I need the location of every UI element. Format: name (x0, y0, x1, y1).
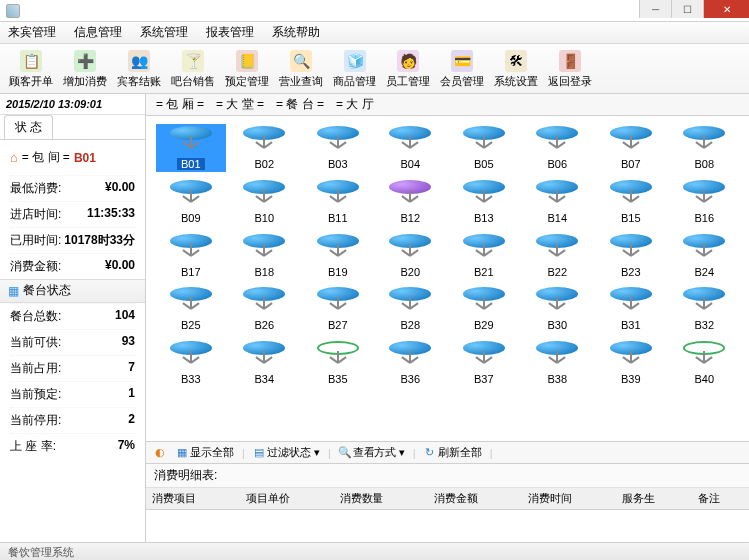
hall-tab[interactable]: = 餐 台 = (270, 94, 330, 115)
table-icon (463, 234, 505, 264)
table-item[interactable]: B14 (523, 178, 593, 226)
table-icon (243, 287, 285, 317)
table-item[interactable]: B38 (523, 339, 593, 387)
table-label: B10 (254, 212, 274, 224)
table-icon (389, 180, 431, 210)
toolbar-button[interactable]: 📒预定管理 (222, 47, 272, 91)
info-label: 进店时间: (10, 206, 61, 223)
filter-item[interactable]: ▤过滤状态 ▾ (253, 445, 320, 460)
toolbar-button[interactable]: 💳会员管理 (437, 47, 487, 91)
column-header[interactable]: 服务生 (616, 488, 692, 510)
table-item[interactable]: B30 (523, 285, 593, 333)
table-item[interactable]: B36 (376, 339, 446, 387)
minimize-button[interactable]: ─ (639, 0, 671, 18)
stat-value: 93 (122, 334, 135, 351)
table-label: B32 (694, 319, 714, 331)
table-label: B40 (694, 373, 714, 385)
toolbar-button[interactable]: 📋顾客开单 (6, 47, 56, 91)
hall-tab[interactable]: = 大 厅 (330, 94, 379, 115)
table-item[interactable]: B21 (449, 232, 519, 280)
hall-tab[interactable]: = 大 堂 = (210, 94, 270, 115)
menu-item[interactable]: 系统管理 (140, 24, 188, 41)
table-item[interactable]: B29 (449, 285, 519, 333)
room-info: 最低消费:¥0.00进店时间:11:35:33已用时间:10178时33分消费金… (0, 175, 145, 279)
table-item[interactable]: B31 (596, 285, 666, 333)
table-item[interactable]: B24 (670, 232, 740, 280)
maximize-button[interactable]: ☐ (671, 0, 703, 18)
table-item[interactable]: B18 (230, 232, 300, 280)
left-panel: 2015/2/10 13:09:01 状 态 ⌂ = 包 间 = B01 最低消… (0, 94, 146, 542)
table-item[interactable]: B01 (156, 124, 226, 172)
table-item[interactable]: B34 (230, 339, 300, 387)
table-item[interactable]: B40 (670, 339, 740, 387)
toolbar-label: 员工管理 (386, 74, 430, 89)
table-item[interactable]: B28 (376, 285, 446, 333)
toolbar-button[interactable]: ➕增加消费 (60, 47, 110, 91)
table-item[interactable]: B03 (303, 124, 373, 172)
titlebar: ─ ☐ ✕ (0, 0, 749, 22)
tab-status[interactable]: 状 态 (4, 115, 53, 139)
toolbar-button[interactable]: 👥宾客结账 (114, 47, 164, 91)
table-icon (536, 287, 578, 317)
table-item[interactable]: B19 (303, 232, 373, 280)
hall-tab[interactable]: = 包 厢 = (150, 94, 210, 115)
table-label: B01 (177, 158, 205, 170)
menu-item[interactable]: 系统帮助 (272, 24, 320, 41)
table-item[interactable]: B35 (303, 339, 373, 387)
column-header[interactable]: 项目单价 (240, 488, 334, 510)
table-item[interactable]: B39 (596, 339, 666, 387)
table-icon (463, 126, 505, 156)
table-item[interactable]: B16 (670, 178, 740, 226)
column-header[interactable]: 消费数量 (334, 488, 427, 510)
table-item[interactable]: B13 (449, 178, 519, 226)
table-item[interactable]: B11 (303, 178, 373, 226)
table-item[interactable]: B06 (523, 124, 593, 172)
table-item[interactable]: B17 (156, 232, 226, 280)
table-icon (610, 180, 652, 210)
toolbar-label: 营业查询 (279, 74, 323, 89)
table-item[interactable]: B08 (670, 124, 740, 172)
toolbar-button[interactable]: 🍸吧台销售 (168, 47, 218, 91)
close-button[interactable]: ✕ (703, 0, 749, 18)
table-item[interactable]: B02 (230, 124, 300, 172)
table-label: B13 (474, 212, 494, 224)
table-item[interactable]: B12 (376, 178, 446, 226)
table-item[interactable]: B23 (596, 232, 666, 280)
table-item[interactable]: B32 (670, 285, 740, 333)
table-item[interactable]: B10 (230, 178, 300, 226)
toolbar-button[interactable]: 🧑员工管理 (383, 47, 433, 91)
column-header[interactable]: 备注 (692, 488, 749, 510)
table-label: B25 (181, 319, 201, 331)
toolbar-button[interactable]: 🔍营业查询 (276, 47, 326, 91)
menu-item[interactable]: 信息管理 (74, 24, 122, 41)
table-item[interactable]: B20 (376, 232, 446, 280)
table-item[interactable]: B15 (596, 178, 666, 226)
column-header[interactable]: 消费时间 (522, 488, 616, 510)
table-item[interactable]: B09 (156, 178, 226, 226)
table-item[interactable]: B07 (596, 124, 666, 172)
column-header[interactable]: 消费项目 (146, 488, 240, 510)
filter-item[interactable]: ◐ (154, 447, 168, 459)
table-item[interactable]: B27 (303, 285, 373, 333)
column-header[interactable]: 消费金额 (428, 488, 522, 510)
table-item[interactable]: B22 (523, 232, 593, 280)
stat-value: 7 (128, 360, 135, 377)
table-item[interactable]: B04 (376, 124, 446, 172)
table-icon (610, 341, 652, 371)
table-item[interactable]: B25 (156, 285, 226, 333)
filter-item[interactable]: 🔍查看方式 ▾ (339, 445, 405, 460)
toolbar-button[interactable]: 🧊商品管理 (330, 47, 379, 91)
filter-item[interactable]: ▦显示全部 (176, 445, 234, 460)
filter-icon: ↻ (424, 447, 436, 459)
stat-value: 2 (128, 412, 135, 429)
toolbar-button[interactable]: 🛠系统设置 (491, 47, 541, 91)
menu-item[interactable]: 报表管理 (206, 24, 254, 41)
menu-item[interactable]: 来宾管理 (8, 24, 56, 41)
table-item[interactable]: B33 (156, 339, 226, 387)
table-item[interactable]: B05 (449, 124, 519, 172)
table-label: B08 (694, 158, 714, 170)
table-item[interactable]: B26 (230, 285, 300, 333)
filter-item[interactable]: ↻刷新全部 (424, 445, 482, 460)
table-item[interactable]: B37 (449, 339, 519, 387)
toolbar-button[interactable]: 🚪返回登录 (545, 47, 595, 91)
